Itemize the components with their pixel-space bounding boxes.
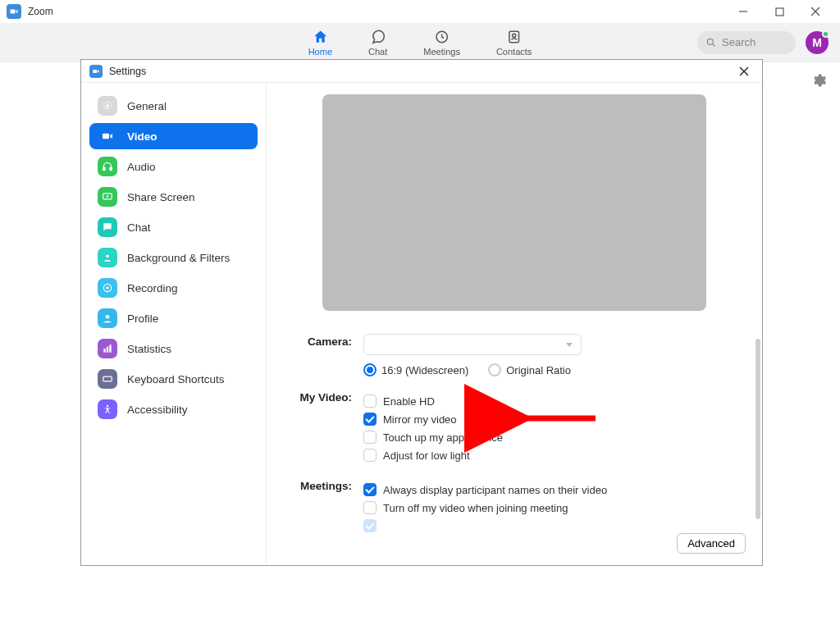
checkbox-icon xyxy=(363,483,377,496)
sidebar-label: Background & Filters xyxy=(127,252,230,264)
sidebar-item-background-filters[interactable]: Background & Filters xyxy=(89,244,258,271)
checkbox-label: Touch up my appearance xyxy=(383,431,503,444)
gear-icon xyxy=(810,72,827,89)
nav-tab-chat[interactable]: Chat xyxy=(368,29,387,57)
aspect-original-radio[interactable]: Original Ratio xyxy=(488,363,571,376)
svg-point-7 xyxy=(513,34,516,37)
avatar-initial: M xyxy=(812,36,822,49)
turn-off-video-checkbox[interactable]: Turn off my video when joining meeting xyxy=(363,501,739,514)
settings-dialog: Settings General Video Audio Share Scree… xyxy=(80,59,763,566)
camera-label: Camera: xyxy=(290,334,363,381)
nav-tab-home[interactable]: Home xyxy=(308,29,332,57)
nav-label-contacts: Contacts xyxy=(496,47,532,57)
window-minimize-button[interactable] xyxy=(725,0,761,23)
camera-dropdown[interactable] xyxy=(363,334,582,355)
nav-tab-contacts[interactable]: Contacts xyxy=(496,29,532,57)
keyboard-icon xyxy=(98,369,117,389)
search-icon xyxy=(705,37,717,48)
sidebar-item-recording[interactable]: Recording xyxy=(89,275,258,301)
presence-indicator xyxy=(822,30,829,38)
sidebar-label: Audio xyxy=(127,161,156,173)
video-preview xyxy=(322,94,706,311)
svg-point-18 xyxy=(106,255,109,258)
sidebar-label: Profile xyxy=(127,312,158,325)
sidebar-item-general[interactable]: General xyxy=(89,93,258,119)
radio-icon xyxy=(363,363,377,376)
settings-header: Settings xyxy=(81,60,762,83)
my-video-label: My Video: xyxy=(290,390,363,467)
sidebar-item-share-screen[interactable]: Share Screen xyxy=(89,184,258,210)
svg-rect-14 xyxy=(103,134,109,139)
clock-icon xyxy=(434,29,450,45)
sidebar-item-accessibility[interactable]: Accessibility xyxy=(89,396,258,422)
aspect-169-radio[interactable]: 16:9 (Widescreen) xyxy=(363,363,468,376)
window-maximize-button[interactable] xyxy=(761,0,797,23)
sidebar-label: Statistics xyxy=(127,343,171,355)
checkbox-icon xyxy=(363,501,377,514)
chat-icon xyxy=(98,217,117,237)
mirror-video-checkbox[interactable]: Mirror my video xyxy=(363,413,739,426)
svg-rect-0 xyxy=(11,10,16,14)
checkbox-icon xyxy=(363,519,377,532)
sidebar-item-profile[interactable]: Profile xyxy=(89,305,258,331)
enable-hd-checkbox[interactable]: Enable HD xyxy=(363,395,739,408)
checkbox-label: Always display participant names on thei… xyxy=(383,484,607,496)
checkbox-label: Turn off my video when joining meeting xyxy=(383,502,568,514)
video-icon xyxy=(98,126,117,146)
user-avatar[interactable]: M xyxy=(806,31,829,54)
scrollbar[interactable] xyxy=(756,339,760,519)
sidebar-item-chat[interactable]: Chat xyxy=(89,214,258,240)
sidebar-item-statistics[interactable]: Statistics xyxy=(89,335,258,362)
sidebar-label: Video xyxy=(127,130,158,143)
share-screen-icon xyxy=(98,187,117,207)
sidebar-item-audio[interactable]: Audio xyxy=(89,153,258,180)
advanced-button[interactable]: Advanced xyxy=(677,533,746,554)
display-names-checkbox[interactable]: Always display participant names on thei… xyxy=(363,483,739,496)
meetings-label: Meetings: xyxy=(290,478,363,537)
radio-label: Original Ratio xyxy=(506,364,571,376)
sidebar-item-video[interactable]: Video xyxy=(89,123,258,149)
close-icon xyxy=(739,66,749,76)
record-icon xyxy=(98,278,117,298)
svg-rect-25 xyxy=(103,376,112,381)
svg-rect-2 xyxy=(776,8,783,16)
partial-checkbox-row[interactable] xyxy=(363,519,739,532)
zoom-app-icon xyxy=(7,4,21,19)
window-close-button[interactable] xyxy=(797,0,833,23)
gear-icon xyxy=(98,96,117,116)
svg-point-13 xyxy=(106,104,109,107)
background-icon xyxy=(98,248,117,267)
settings-content: Camera: 16:9 (Widescreen) Original Ratio… xyxy=(267,83,762,565)
checkbox-icon xyxy=(363,449,377,462)
accessibility-icon xyxy=(98,399,117,419)
svg-point-20 xyxy=(106,286,109,290)
svg-point-21 xyxy=(106,315,110,319)
nav-tab-meetings[interactable]: Meetings xyxy=(423,29,460,57)
settings-gear-button[interactable] xyxy=(810,72,827,92)
sidebar-label: Chat xyxy=(127,221,151,234)
profile-icon xyxy=(98,308,117,328)
settings-close-button[interactable] xyxy=(734,62,754,81)
svg-rect-16 xyxy=(110,167,112,171)
checkbox-label: Adjust for low light xyxy=(383,449,470,462)
window-titlebar: Zoom xyxy=(0,0,840,23)
low-light-checkbox[interactable]: Adjust for low light xyxy=(363,449,739,462)
search-input[interactable]: Search xyxy=(697,31,796,54)
window-title: Zoom xyxy=(28,6,53,17)
svg-rect-10 xyxy=(93,69,97,72)
settings-title: Settings xyxy=(109,66,146,77)
nav-label-meetings: Meetings xyxy=(423,47,460,57)
nav-label-home: Home xyxy=(308,47,332,57)
radio-label: 16:9 (Widescreen) xyxy=(381,364,468,376)
sidebar-label: Keyboard Shortcuts xyxy=(127,373,225,385)
svg-rect-23 xyxy=(107,347,108,353)
sidebar-item-keyboard-shortcuts[interactable]: Keyboard Shortcuts xyxy=(89,366,258,392)
zoom-app-icon xyxy=(89,65,103,78)
statistics-icon xyxy=(98,339,117,358)
sidebar-label: Share Screen xyxy=(127,191,195,203)
sidebar-label: General xyxy=(127,100,167,112)
checkbox-label: Mirror my video xyxy=(383,413,457,426)
settings-sidebar: General Video Audio Share Screen Chat Ba… xyxy=(81,83,267,565)
touch-up-checkbox[interactable]: Touch up my appearance xyxy=(363,431,739,444)
checkbox-icon xyxy=(363,413,377,426)
